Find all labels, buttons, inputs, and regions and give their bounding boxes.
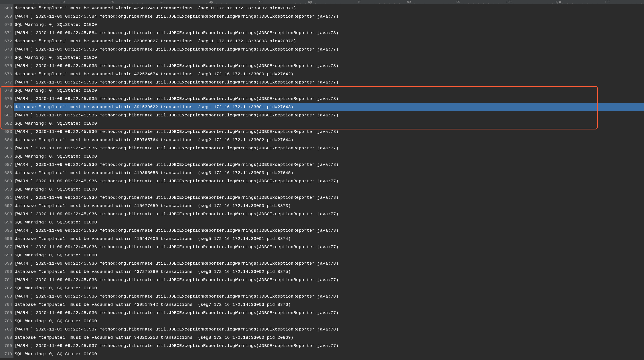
line-content[interactable]: SQL Warning: 0, SQLState: 01000 — [14, 284, 644, 292]
line-number: 704 — [0, 301, 14, 309]
editor-line[interactable]: 693[WARN ] 2020-11-09 09:22:45,936 metho… — [0, 210, 644, 218]
editor-line[interactable]: 685[WARN ] 2020-11-09 09:22:45,936 metho… — [0, 144, 644, 152]
line-content[interactable]: [WARN ] 2020-11-09 09:22:45,937 method:o… — [14, 325, 644, 334]
line-content[interactable]: database "template1" must be vacuumed wi… — [14, 136, 644, 144]
editor-line[interactable]: 678SQL Warning: 0, SQLState: 01000 — [0, 86, 644, 95]
line-content[interactable]: SQL Warning: 0, SQLState: 01000 — [14, 20, 644, 29]
line-number: 675 — [0, 62, 14, 70]
line-content[interactable]: database "template1" must be vacuumed wi… — [14, 70, 644, 78]
line-number: 674 — [0, 53, 14, 62]
line-content[interactable]: SQL Warning: 0, SQLState: 01000 — [14, 53, 644, 62]
line-number: 705 — [0, 309, 14, 317]
editor-line[interactable]: 672database "template1" must be vacuumed… — [0, 37, 644, 45]
editor-line[interactable]: 698SQL Warning: 0, SQLState: 01000 — [0, 251, 644, 259]
line-content[interactable]: database "template1" must be vacuumed wi… — [14, 169, 644, 177]
line-content[interactable]: [WARN ] 2020-11-09 09:22:45,936 method:o… — [14, 276, 644, 284]
editor-line[interactable]: 682SQL Warning: 0, SQLState: 01000 — [0, 119, 644, 128]
editor-line[interactable]: 671[WARN ] 2020-11-09 09:22:45,584 metho… — [0, 29, 644, 37]
editor-line[interactable]: 694SQL Warning: 0, SQLState: 01000 — [0, 218, 644, 226]
editor-line[interactable]: 703[WARN ] 2020-11-09 09:22:45,936 metho… — [0, 292, 644, 301]
line-number: 701 — [0, 276, 14, 284]
line-content[interactable]: database "template1" must be vacuumed wi… — [14, 301, 644, 309]
editor-line[interactable]: 674SQL Warning: 0, SQLState: 01000 — [0, 53, 644, 62]
line-content[interactable]: [WARN ] 2020-11-09 09:22:45,935 method:o… — [14, 95, 644, 103]
editor-line[interactable]: 710SQL Warning: 0, SQLState: 01000 — [0, 350, 644, 358]
line-content[interactable]: SQL Warning: 0, SQLState: 01000 — [14, 152, 644, 161]
line-content[interactable]: database "template1" must be vacuumed wi… — [14, 334, 644, 342]
line-content[interactable]: [WARN ] 2020-11-09 09:22:45,936 method:o… — [14, 259, 644, 268]
line-content[interactable]: [WARN ] 2020-11-09 09:22:45,936 method:o… — [14, 309, 644, 317]
editor-line[interactable]: 706SQL Warning: 0, SQLState: 01000 — [0, 317, 644, 325]
line-content[interactable]: database "template1" must be vacuumed wi… — [14, 235, 644, 243]
line-content[interactable]: [WARN ] 2020-11-09 09:22:45,935 method:o… — [14, 111, 644, 119]
editor-line[interactable]: 701[WARN ] 2020-11-09 09:22:45,936 metho… — [0, 276, 644, 284]
editor-line[interactable]: 709[WARN ] 2020-11-09 09:22:45,937 metho… — [0, 342, 644, 350]
line-content[interactable]: SQL Warning: 0, SQLState: 01000 — [14, 218, 644, 226]
line-number: 683 — [0, 128, 14, 136]
line-content[interactable]: [WARN ] 2020-11-09 09:22:45,937 method:o… — [14, 342, 644, 350]
line-number: 680 — [0, 103, 14, 111]
line-content[interactable]: [WARN ] 2020-11-09 09:22:45,935 method:o… — [14, 45, 644, 53]
line-number: 702 — [0, 284, 14, 292]
line-content[interactable]: [WARN ] 2020-11-09 09:22:45,584 method:o… — [14, 29, 644, 37]
editor-line[interactable]: 679[WARN ] 2020-11-09 09:22:45,935 metho… — [0, 95, 644, 103]
editor-line[interactable]: 677[WARN ] 2020-11-09 09:22:45,935 metho… — [0, 78, 644, 86]
line-content[interactable]: [WARN ] 2020-11-09 09:22:45,936 method:o… — [14, 177, 644, 185]
line-content[interactable]: SQL Warning: 0, SQLState: 01000 — [14, 317, 644, 325]
editor-line[interactable]: 681[WARN ] 2020-11-09 09:22:45,935 metho… — [0, 111, 644, 119]
line-content[interactable]: database "template1" must be vacuumed wi… — [14, 202, 644, 210]
line-number: 693 — [0, 210, 14, 218]
editor-line[interactable]: 690SQL Warning: 0, SQLState: 01000 — [0, 185, 644, 194]
editor-line[interactable]: 695[WARN ] 2020-11-09 09:22:45,936 metho… — [0, 226, 644, 235]
line-content[interactable]: SQL Warning: 0, SQLState: 01000 — [14, 185, 644, 194]
editor-line[interactable]: 708database "template1" must be vacuumed… — [0, 334, 644, 342]
line-number: 669 — [0, 12, 14, 20]
line-content[interactable]: [WARN ] 2020-11-09 09:22:45,935 method:o… — [14, 78, 644, 86]
editor-line[interactable]: 683[WARN ] 2020-11-09 09:22:45,936 metho… — [0, 128, 644, 136]
line-content[interactable]: [WARN ] 2020-11-09 09:22:45,936 method:o… — [14, 243, 644, 251]
line-content[interactable]: [WARN ] 2020-11-09 09:22:45,936 method:o… — [14, 194, 644, 202]
editor-line[interactable]: 697[WARN ] 2020-11-09 09:22:45,936 metho… — [0, 243, 644, 251]
text-editor[interactable]: 668database "template1" must be vacuumed… — [0, 4, 644, 358]
line-content[interactable]: database "template1" must be vacuumed wi… — [14, 103, 644, 111]
line-content[interactable]: database "template1" must be vacuumed wi… — [14, 4, 644, 12]
editor-line[interactable]: 691[WARN ] 2020-11-09 09:22:45,936 metho… — [0, 194, 644, 202]
editor-line[interactable]: 699[WARN ] 2020-11-09 09:22:45,936 metho… — [0, 259, 644, 268]
line-content[interactable]: SQL Warning: 0, SQLState: 01000 — [14, 251, 644, 259]
editor-line[interactable]: 680database "template1" must be vacuumed… — [0, 103, 644, 111]
line-number: 682 — [0, 119, 14, 128]
line-content[interactable]: SQL Warning: 0, SQLState: 01000 — [14, 86, 644, 95]
editor-line[interactable]: 689[WARN ] 2020-11-09 09:22:45,936 metho… — [0, 177, 644, 185]
line-content[interactable]: [WARN ] 2020-11-09 09:22:45,936 method:o… — [14, 210, 644, 218]
editor-line[interactable]: 687[WARN ] 2020-11-09 09:22:45,936 metho… — [0, 161, 644, 169]
line-content[interactable]: [WARN ] 2020-11-09 09:22:45,584 method:o… — [14, 12, 644, 20]
line-content[interactable]: database "template1" must be vacuumed wi… — [14, 268, 644, 276]
editor-line[interactable]: 675[WARN ] 2020-11-09 09:22:45,935 metho… — [0, 62, 644, 70]
editor-line[interactable]: 702SQL Warning: 0, SQLState: 01000 — [0, 284, 644, 292]
line-content[interactable]: [WARN ] 2020-11-09 09:22:45,936 method:o… — [14, 226, 644, 235]
editor-line[interactable]: 705[WARN ] 2020-11-09 09:22:45,936 metho… — [0, 309, 644, 317]
line-content[interactable]: [WARN ] 2020-11-09 09:22:45,936 method:o… — [14, 161, 644, 169]
editor-line[interactable]: 707[WARN ] 2020-11-09 09:22:45,937 metho… — [0, 325, 644, 334]
line-content[interactable]: [WARN ] 2020-11-09 09:22:45,936 method:o… — [14, 292, 644, 301]
line-content[interactable]: [WARN ] 2020-11-09 09:22:45,936 method:o… — [14, 128, 644, 136]
editor-line[interactable]: 670SQL Warning: 0, SQLState: 01000 — [0, 20, 644, 29]
line-content[interactable]: [WARN ] 2020-11-09 09:22:45,936 method:o… — [14, 144, 644, 152]
line-content[interactable]: SQL Warning: 0, SQLState: 01000 — [14, 119, 644, 128]
editor-line[interactable]: 684database "template1" must be vacuumed… — [0, 136, 644, 144]
editor-line[interactable]: 668database "template1" must be vacuumed… — [0, 4, 644, 12]
line-content[interactable]: SQL Warning: 0, SQLState: 01000 — [14, 350, 644, 358]
editor-line[interactable]: 688database "template1" must be vacuumed… — [0, 169, 644, 177]
line-number: 671 — [0, 29, 14, 37]
line-content[interactable]: [WARN ] 2020-11-09 09:22:45,935 method:o… — [14, 62, 644, 70]
editor-line[interactable]: 669[WARN ] 2020-11-09 09:22:45,584 metho… — [0, 12, 644, 20]
line-content[interactable]: database "template1" must be vacuumed wi… — [14, 37, 644, 45]
editor-line[interactable]: 692database "template1" must be vacuumed… — [0, 202, 644, 210]
editor-line[interactable]: 704database "template1" must be vacuumed… — [0, 301, 644, 309]
editor-line[interactable]: 676database "template1" must be vacuumed… — [0, 70, 644, 78]
editor-line[interactable]: 700database "template1" must be vacuumed… — [0, 268, 644, 276]
editor-line[interactable]: 673[WARN ] 2020-11-09 09:22:45,935 metho… — [0, 45, 644, 53]
line-number: 676 — [0, 70, 14, 78]
editor-line[interactable]: 696database "template1" must be vacuumed… — [0, 235, 644, 243]
editor-line[interactable]: 686SQL Warning: 0, SQLState: 01000 — [0, 152, 644, 161]
